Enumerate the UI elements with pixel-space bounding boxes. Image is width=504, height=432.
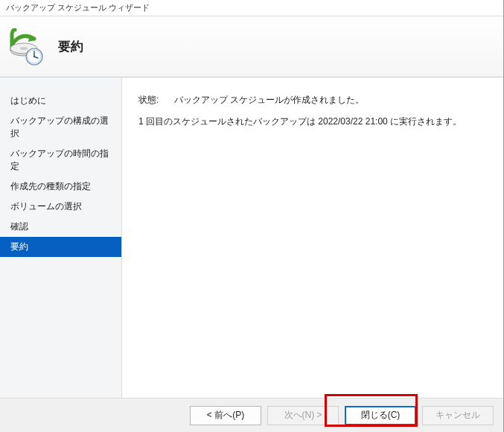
sidebar-item-config[interactable]: バックアップの構成の選択 [0, 111, 121, 144]
prev-button[interactable]: < 前へ(P) [190, 406, 261, 425]
sidebar-item-label: ボリュームの選択 [10, 201, 82, 212]
wizard-steps-sidebar: はじめに バックアップの構成の選択 バックアップの時間の指定 作成先の種類の指定… [0, 77, 122, 398]
window-titlebar: バックアップ スケジュール ウィザード [0, 0, 504, 16]
wizard-content: 状態: バックアップ スケジュールが作成されました。 1 回目のスケジュールされ… [122, 77, 504, 398]
sidebar-item-label: 確認 [10, 221, 28, 232]
wizard-footer: < 前へ(P) 次へ(N) > 閉じる(C) キャンセル [0, 398, 504, 432]
window-title: バックアップ スケジュール ウィザード [6, 3, 150, 12]
header-title: 要約 [58, 38, 83, 55]
status-value: バックアップ スケジュールが作成されました。 [174, 94, 364, 107]
sidebar-item-label: バックアップの構成の選択 [10, 115, 109, 139]
sidebar-item-label: はじめに [10, 95, 46, 106]
wizard-header: 要約 [0, 16, 504, 77]
sidebar-item-label: 要約 [10, 241, 28, 252]
svg-point-2 [20, 47, 28, 50]
sidebar-item-label: 作成先の種類の指定 [10, 181, 91, 191]
sidebar-item-time[interactable]: バックアップの時間の指定 [0, 144, 121, 177]
sidebar-item-confirm[interactable]: 確認 [0, 217, 121, 237]
sidebar-item-intro[interactable]: はじめに [0, 91, 121, 111]
svg-point-7 [34, 55, 35, 57]
cancel-button: キャンセル [422, 406, 494, 425]
status-label: 状態: [138, 94, 174, 107]
sidebar-item-label: バックアップの時間の指定 [10, 148, 109, 171]
next-button: 次へ(N) > [267, 406, 339, 425]
sidebar-item-volume[interactable]: ボリュームの選択 [0, 197, 121, 217]
sidebar-item-dest[interactable]: 作成先の種類の指定 [0, 177, 121, 197]
backup-schedule-icon [7, 28, 45, 66]
sidebar-item-summary[interactable]: 要約 [0, 237, 121, 257]
schedule-detail: 1 回目のスケジュールされたバックアップは 2022/03/22 21:00 に… [138, 115, 491, 128]
close-button[interactable]: 閉じる(C) [345, 406, 416, 425]
